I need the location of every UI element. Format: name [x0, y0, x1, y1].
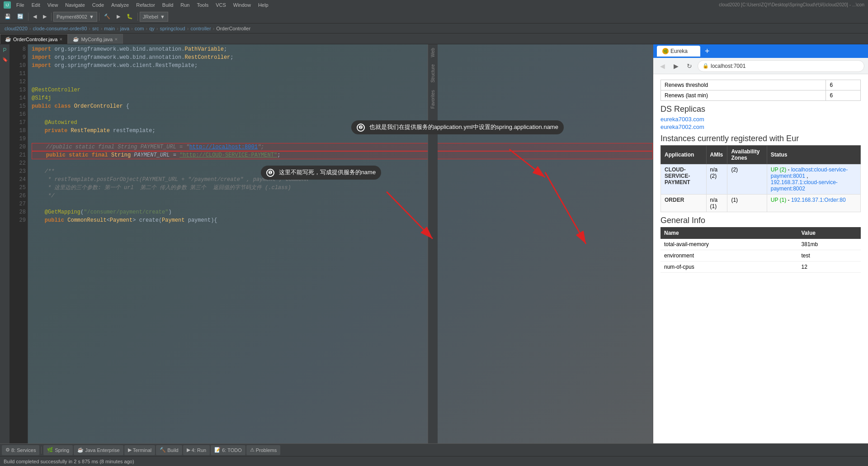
- line-numbers: 8 9 10 11 12 13 14 15 16 17 18 19 20 21 …: [10, 44, 28, 443]
- tooltip2-number: ❷: [357, 124, 365, 132]
- col-application: Application: [661, 146, 707, 164]
- btn-build[interactable]: 🔨 Build: [156, 445, 182, 455]
- browser-panel: 🌿 Eureka ✕ + ◀ ▶ ↻ 🔒 localhost:7001: [653, 44, 868, 443]
- breadcrumb-com[interactable]: com: [133, 26, 146, 31]
- code-line-19: [32, 135, 653, 143]
- toolbar-run[interactable]: ▶: [114, 12, 123, 22]
- general-cell-memory-name: total-avail-memory: [660, 239, 798, 250]
- btn-spring[interactable]: 🌿 Spring: [43, 445, 73, 455]
- tab-ordercontroller[interactable]: ☕ OrderController.java ✕: [0, 34, 68, 44]
- menu-run[interactable]: Run: [178, 2, 192, 8]
- menu-view[interactable]: View: [45, 2, 61, 8]
- tooltip2: ❷ 也就是我们在提供服务的application.yml中设置的spring.a…: [351, 120, 564, 134]
- stat-row-lastmin: Renews (last min) 6: [661, 90, 861, 101]
- stat-value-lastmin: 6: [826, 90, 861, 101]
- general-cell-env-name: environment: [660, 250, 798, 262]
- btn-terminal[interactable]: ▶ Terminal: [124, 445, 156, 455]
- breadcrumb-cloud2020[interactable]: cloud2020: [3, 26, 29, 31]
- toolbar-save[interactable]: 💾: [2, 12, 14, 22]
- menu-code[interactable]: Code: [90, 2, 107, 8]
- breadcrumb-controller[interactable]: controller: [189, 26, 212, 31]
- general-cell-cpus-name: num-of-cpus: [660, 262, 798, 273]
- code-content[interactable]: import org.springframework.web.bind.anno…: [28, 44, 653, 443]
- project-panel-icon[interactable]: P: [1, 46, 9, 54]
- code-line-14: @Slf4j: [32, 94, 653, 102]
- toolbar-forward[interactable]: ▶: [40, 12, 49, 22]
- menu-file[interactable]: File: [14, 2, 27, 8]
- browser-tab-title: Eureka: [670, 48, 688, 54]
- breadcrumb-qy[interactable]: qy: [147, 26, 156, 31]
- col-amis: AMIs: [706, 146, 727, 164]
- menu-navigate[interactable]: Navigate: [62, 2, 87, 8]
- new-tab-button[interactable]: +: [705, 47, 710, 56]
- browser-tab-close[interactable]: ✕: [689, 48, 695, 55]
- toolbar-back[interactable]: ◀: [30, 12, 39, 22]
- menu-build[interactable]: Build: [160, 2, 176, 8]
- menu-window[interactable]: Window: [231, 2, 254, 8]
- btn-java-enterprise[interactable]: ☕ Java Enterprise: [74, 445, 123, 455]
- col-status: Status: [767, 146, 860, 164]
- side-label-web[interactable]: Web: [429, 44, 436, 61]
- general-row-env: environment test: [660, 250, 861, 262]
- general-info-title: General Info: [660, 216, 861, 225]
- eureka7002-link[interactable]: eureka7002.com: [660, 124, 861, 130]
- toolbar-sync[interactable]: 🔄: [14, 12, 26, 22]
- general-cell-env-value: test: [798, 250, 861, 262]
- breadcrumb-java[interactable]: java: [118, 26, 131, 31]
- side-label-structure[interactable]: Structure: [429, 61, 436, 86]
- browser-tab-eureka[interactable]: 🌿 Eureka ✕: [657, 46, 700, 57]
- bookmarks-icon[interactable]: 🔖: [1, 55, 9, 63]
- eureka-favicon: 🌿: [662, 48, 669, 54]
- browser-reload-button[interactable]: ↻: [684, 61, 695, 71]
- tab-close-myconfig[interactable]: ✕: [114, 37, 118, 42]
- side-label-favorites[interactable]: Favorites: [429, 86, 436, 112]
- jrebel-dropdown[interactable]: JRebel ▼: [140, 12, 168, 22]
- breadcrumb: cloud2020 › clode-consumer-order80 › src…: [0, 24, 868, 33]
- terminal-icon: ▶: [128, 447, 132, 453]
- status-bar: Build completed successfully in 2 s 875 …: [0, 456, 868, 466]
- toolbar-sep2: [51, 13, 52, 21]
- instance-zones-payment: (2): [727, 164, 767, 195]
- breadcrumb-ordercontroller[interactable]: OrderController: [214, 26, 252, 31]
- breadcrumb-consumer[interactable]: clode-consumer-order80: [31, 26, 89, 31]
- browser-back-button[interactable]: ◀: [657, 61, 668, 71]
- general-row-memory: total-avail-memory 381mb: [660, 239, 861, 250]
- menu-vcs[interactable]: VCS: [213, 2, 229, 8]
- code-line-20: //public static final String PAYMENT_URL…: [32, 143, 653, 151]
- run-config-dropdown[interactable]: Payment8002 ▼: [53, 12, 97, 22]
- breadcrumb-springcloud[interactable]: springcloud: [158, 26, 187, 31]
- eureka7003-link[interactable]: eureka7003.com: [660, 116, 861, 123]
- stat-value-threshold: 6: [826, 80, 861, 90]
- title-path: cloud2020 [C:\Users\ZQY\Desktop\SpringCl…: [719, 2, 864, 8]
- code-line-10: import org.springframework.web.client.Re…: [32, 62, 653, 70]
- code-editor[interactable]: 8 9 10 11 12 13 14 15 16 17 18 19 20 21 …: [10, 44, 653, 443]
- toolbar-build[interactable]: 🔨: [101, 12, 113, 22]
- tab-close-ordercontroller[interactable]: ✕: [59, 37, 63, 42]
- code-line-8: import org.springframework.web.bind.anno…: [32, 45, 653, 53]
- code-line-27: [32, 200, 653, 208]
- breadcrumb-main[interactable]: main: [102, 26, 117, 31]
- browser-forward-button[interactable]: ▶: [670, 61, 681, 71]
- btn-run[interactable]: ▶ 4: Run: [183, 445, 210, 455]
- tab-myconfig[interactable]: ☕ MyConfig.java ✕: [68, 34, 123, 44]
- browser-address-bar[interactable]: 🔒 localhost:7001: [698, 60, 864, 72]
- bottom-sep1: [41, 447, 42, 454]
- menu-analyze[interactable]: Analyze: [108, 2, 132, 8]
- general-col-value: Value: [798, 227, 861, 239]
- menu-help[interactable]: Help: [255, 2, 271, 8]
- breadcrumb-src[interactable]: src: [90, 26, 101, 31]
- tooltip1: ❶ 这里不能写死，写成提供服务的name: [261, 166, 381, 180]
- instances-table: Application AMIs Availability Zones Stat…: [660, 145, 861, 212]
- main-container: IJ File Edit View Navigate Code Analyze …: [0, 0, 868, 466]
- btn-todo[interactable]: 📝 6: TODO: [211, 445, 245, 455]
- btn-problems[interactable]: ⚠ Problems: [246, 445, 280, 455]
- toolbar-debug[interactable]: 🐛: [124, 12, 136, 22]
- app-icon: IJ: [4, 1, 11, 9]
- ds-replicas-section: DS Replicas eureka7003.com eureka7002.co…: [660, 105, 861, 130]
- code-line-9: import org.springframework.web.bind.anno…: [32, 53, 653, 62]
- menu-tools[interactable]: Tools: [194, 2, 211, 8]
- menu-refactor[interactable]: Refactor: [133, 2, 158, 8]
- btn-services[interactable]: ⚙ 8: Services: [2, 445, 39, 455]
- code-line-16: [32, 110, 653, 119]
- menu-edit[interactable]: Edit: [29, 2, 43, 8]
